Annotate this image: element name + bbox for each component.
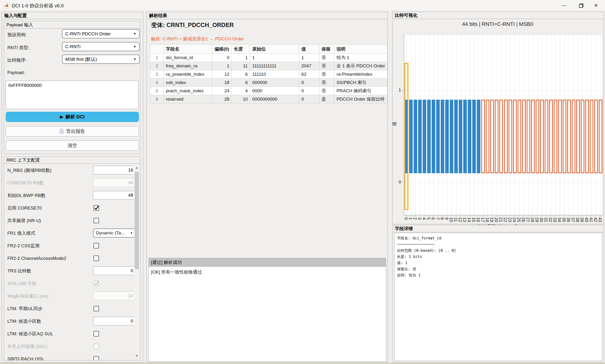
- table-cell[interactable]: 1: [150, 54, 164, 62]
- bit-bar-27[interactable]: [527, 100, 530, 173]
- table-cell[interactable]: reserved: [164, 95, 212, 104]
- rrc-scrollbar-thumb[interactable]: [135, 172, 139, 269]
- bit-bar-22[interactable]: [504, 100, 508, 173]
- rrc-number-input[interactable]: [93, 266, 136, 275]
- table-cell[interactable]: ra-PreambleIndex: [334, 70, 388, 78]
- bit-bar-13[interactable]: [463, 100, 467, 173]
- scroll-down-arrow-icon[interactable]: [134, 353, 139, 359]
- bit-bar-28[interactable]: [531, 100, 535, 173]
- rrc-checkbox[interactable]: [94, 205, 99, 211]
- table-cell[interactable]: 10: [232, 95, 250, 104]
- bit-bar-8[interactable]: [441, 100, 444, 173]
- table-cell[interactable]: 0: [299, 95, 319, 104]
- minimize-button[interactable]: —: [557, 0, 572, 11]
- bit-bar-34[interactable]: [558, 100, 562, 173]
- rrc-checkbox[interactable]: [94, 306, 99, 311]
- table-cell[interactable]: 62: [299, 70, 319, 78]
- table-cell[interactable]: SS/PBCH 索引: [334, 78, 388, 87]
- table-row[interactable]: 1dci_format_id0111否恒为 1: [150, 54, 388, 62]
- table-cell[interactable]: 否: [319, 62, 334, 70]
- bit-bar-42[interactable]: [594, 100, 598, 173]
- table-cell[interactable]: 0000: [250, 87, 299, 95]
- table-cell[interactable]: 1: [232, 54, 250, 62]
- table-cell[interactable]: 0: [212, 54, 232, 62]
- table-cell[interactable]: 18: [212, 78, 232, 87]
- rrc-checkbox[interactable]: [94, 356, 99, 360]
- bit-bar-7[interactable]: [436, 100, 440, 173]
- table-cell[interactable]: 11111111111: [250, 62, 299, 70]
- table-cell[interactable]: 否: [319, 78, 334, 87]
- table-row[interactable]: 4ssb_index1860000000否SS/PBCH 索引: [150, 78, 388, 87]
- bit-bar-31[interactable]: [545, 100, 548, 173]
- table-cell[interactable]: dci_format_id: [164, 54, 212, 62]
- rrc-checkbox[interactable]: [94, 218, 99, 223]
- rnti-type-dropdown[interactable]: C-RNTI ▼: [62, 42, 140, 51]
- bit-bar-10[interactable]: [450, 100, 453, 173]
- table-cell[interactable]: 6: [232, 78, 250, 87]
- bit-bar-23[interactable]: [509, 100, 512, 173]
- table-cell[interactable]: 4: [150, 78, 164, 87]
- parse-dci-button[interactable]: ▶ 解析 DCI: [6, 112, 139, 122]
- table-cell[interactable]: 5: [150, 87, 164, 95]
- bit-bar-32[interactable]: [549, 100, 553, 173]
- bit-bar-1[interactable]: [409, 100, 413, 173]
- bit-bar-39[interactable]: [581, 100, 584, 173]
- bit-bar-15[interactable]: [472, 100, 476, 173]
- rrc-checkbox[interactable]: [94, 243, 99, 248]
- export-report-button[interactable]: 导出报告: [6, 126, 139, 136]
- bit-bar-36[interactable]: [567, 100, 571, 173]
- table-cell[interactable]: 是: [319, 95, 334, 104]
- bit-bar-17[interactable]: [481, 100, 485, 173]
- bit-bar-35[interactable]: [563, 100, 566, 173]
- table-row[interactable]: 3ra_preamble_index12611111062否ra-Preambl…: [150, 70, 388, 78]
- table-cell[interactable]: 0: [299, 78, 319, 87]
- table-cell[interactable]: 0: [299, 87, 319, 95]
- bit-bar-6[interactable]: [432, 100, 435, 173]
- table-cell[interactable]: 2: [150, 62, 164, 70]
- table-cell[interactable]: 2047: [299, 62, 319, 70]
- table-cell[interactable]: prach_mask_index: [164, 87, 212, 95]
- bit-order-dropdown[interactable]: MSB first (默认) ▼: [62, 55, 140, 64]
- bit-bar-30[interactable]: [540, 100, 544, 173]
- bit-bar-18[interactable]: [486, 100, 489, 173]
- bit-bar-24[interactable]: [513, 100, 517, 173]
- table-cell[interactable]: PDCCH Order 保留比特: [334, 95, 388, 104]
- table-cell[interactable]: ra_preamble_index: [164, 70, 212, 78]
- rrc-number-input[interactable]: [93, 191, 136, 200]
- table-row[interactable]: 5prach_mask_index24400000否PRACH 掩码索引: [150, 87, 388, 95]
- payload-input[interactable]: [6, 81, 138, 109]
- table-cell[interactable]: 4: [232, 87, 250, 95]
- bit-bar-33[interactable]: [554, 100, 557, 173]
- bit-bar-3[interactable]: [418, 100, 422, 173]
- table-cell[interactable]: 11: [232, 62, 250, 70]
- bit-bar-25[interactable]: [518, 100, 521, 173]
- preset-dropdown[interactable]: C-RNTI PDCCH Order ▼: [62, 29, 140, 39]
- table-cell[interactable]: 1: [250, 54, 299, 62]
- table-cell[interactable]: 6: [150, 95, 164, 104]
- bit-bar-11[interactable]: [454, 100, 458, 173]
- bit-bar-9[interactable]: [445, 100, 449, 173]
- bit-bar-20[interactable]: [495, 100, 498, 173]
- table-cell[interactable]: 12: [212, 70, 232, 78]
- bit-bar-21[interactable]: [499, 100, 503, 173]
- rrc-number-input[interactable]: [93, 166, 136, 174]
- bit-bar-14[interactable]: [468, 100, 471, 173]
- bit-bar-12[interactable]: [459, 100, 462, 173]
- table-cell[interactable]: 1: [299, 54, 319, 62]
- table-cell[interactable]: 全 1 表示 PDCCH Order: [334, 62, 388, 70]
- rrc-dropdown[interactable]: Dynamic (Ta...▼: [93, 229, 136, 237]
- rrc-scrollbar[interactable]: [134, 165, 139, 359]
- clear-button[interactable]: 清空: [6, 141, 139, 151]
- rrc-checkbox[interactable]: [94, 331, 99, 337]
- table-row[interactable]: 6reserved281000000000000是PDCCH Order 保留比…: [150, 95, 388, 104]
- table-cell[interactable]: 3: [150, 70, 164, 78]
- rrc-number-input[interactable]: [93, 317, 136, 325]
- table-cell[interactable]: PRACH 掩码索引: [334, 87, 388, 95]
- bit-bar-4[interactable]: [423, 100, 426, 173]
- bit-bar-29[interactable]: [536, 100, 539, 173]
- bit-bar-38[interactable]: [576, 100, 580, 173]
- table-cell[interactable]: 否: [319, 54, 334, 62]
- close-button[interactable]: ✕: [588, 0, 604, 11]
- table-cell[interactable]: 111110: [250, 70, 299, 78]
- bit-bar-26[interactable]: [522, 100, 526, 173]
